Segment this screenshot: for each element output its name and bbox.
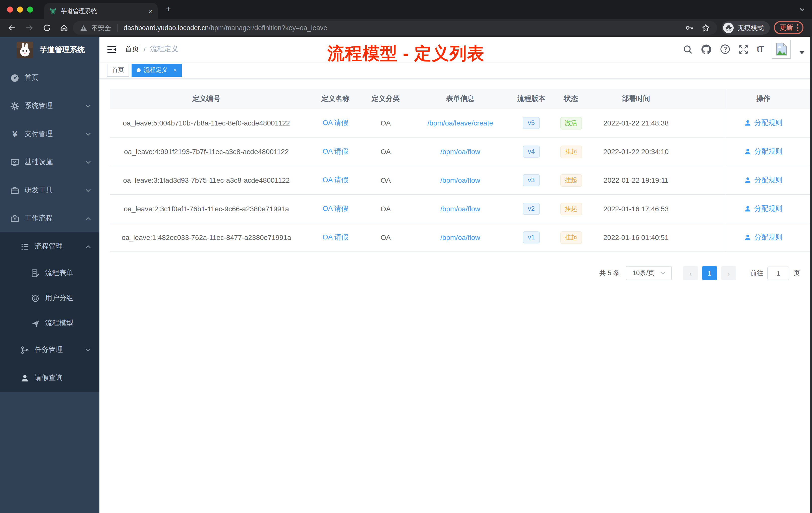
incognito-label: 无痕模式 [738,23,764,32]
assign-rule-link[interactable]: 分配规则 [754,233,782,242]
favicon-sprout-icon [49,7,57,15]
status-badge: 挂起 [560,174,582,186]
sidebar-item-process-model[interactable]: 流程模型 [0,311,99,336]
bookmark-star-icon[interactable] [701,24,710,32]
sidebar-item-label: 首页 [25,73,39,82]
password-key-icon[interactable] [685,24,694,32]
cell-operation: 分配规则 [726,109,801,137]
assign-rule-link[interactable]: 分配规则 [754,147,782,156]
sidebar-item-devtools[interactable]: 研发工具 [0,176,99,204]
assign-rule-link[interactable]: 分配规则 [754,204,782,213]
sidebar-item-user-group[interactable]: 用户分组 [0,285,99,311]
chevron-down-icon [85,160,91,164]
avatar[interactable] [772,40,791,59]
github-icon[interactable] [701,44,712,55]
browser-menu-icon[interactable] [797,24,799,31]
back-icon[interactable] [7,24,16,32]
next-page-button[interactable]: › [721,266,736,280]
tag-label: 首页 [112,66,124,74]
font-size-icon[interactable]: tT [757,45,763,54]
cell-operation: 分配规则 [726,138,801,165]
page-size-select[interactable]: 10条/页 [626,266,672,280]
app-logo-row[interactable]: 芋道管理系统 [0,37,99,63]
url-text: dashboard.yudao.iocoder.cn/bpm/manager/d… [123,24,327,32]
home-icon[interactable] [60,24,68,32]
fullscreen-icon[interactable] [739,44,748,54]
paper-plane-icon [31,319,40,328]
user-icon [21,374,29,382]
toolbox-icon [10,186,19,194]
reload-icon[interactable] [43,24,51,32]
version-badge: v3 [523,174,540,186]
zoom-window-button[interactable] [27,6,33,12]
url-bar[interactable]: 不安全 dashboard.yudao.iocoder.cn/bpm/manag… [73,21,717,35]
definition-name-link[interactable]: OA 请假 [303,147,368,156]
dashboard-icon [10,73,19,82]
tab-title: 芋道管理系统 [61,7,145,15]
status-badge: 激活 [560,117,582,129]
breadcrumb-separator: / [144,45,146,53]
form-info-link[interactable]: /bpm/oa/flow [403,148,517,156]
tag-home[interactable]: 首页 [107,63,129,77]
sidebar-item-process-form[interactable]: 流程表单 [0,261,99,285]
form-info-link[interactable]: /bpm/oa/flow [403,176,517,184]
sidebar-item-leave-query[interactable]: 请假查询 [0,364,99,392]
close-window-button[interactable] [7,6,13,12]
cell-operation: 分配规则 [726,166,801,194]
sidebar-item-system[interactable]: 系统管理 [0,92,99,120]
definition-name-link[interactable]: OA 请假 [303,118,368,127]
goto-label: 前往 [750,269,763,278]
page-content: 定义编号 定义名称 定义分类 表单信息 流程版本 状态 部署时间 操作 oa_l… [99,79,812,280]
form-info-link[interactable]: /bpm/oa/leave/create [403,119,517,127]
cell-deploy-time: 2022-01-22 19:19:11 [597,176,675,184]
hamburger-collapse-icon[interactable] [107,45,116,54]
sidebar-item-label: 任务管理 [35,345,63,354]
tag-close-icon[interactable]: × [173,66,177,73]
form-info-link[interactable]: /bpm/oa/flow [403,205,517,213]
sidebar-item-process-manage[interactable]: 流程管理 [0,233,99,261]
tab-close-icon[interactable]: × [149,8,153,14]
chrome-update-button[interactable]: 更新 [774,21,804,34]
tag-process-definition[interactable]: 流程定义 × [132,63,182,77]
goto-page-input[interactable]: 1 [767,266,789,280]
breadcrumb-home[interactable]: 首页 [125,45,139,54]
help-question-icon[interactable] [720,44,730,54]
definition-name-link[interactable]: OA 请假 [303,233,368,242]
pagination-total: 共 5 条 [599,269,620,278]
avatar-caret-icon[interactable] [800,51,805,54]
screen: 芋道管理系统 × + 不安全 da [0,0,812,513]
prev-page-button[interactable]: ‹ [683,266,698,280]
sidebar-item-task-manage[interactable]: 任务管理 [0,336,99,364]
sidebar-item-label: 支付管理 [25,129,53,139]
current-page-button[interactable]: 1 [702,266,717,280]
sidebar-item-infra[interactable]: 基础设施 [0,148,99,176]
tab-search-chevron-icon[interactable] [800,7,805,11]
browser-tab[interactable]: 芋道管理系统 × [44,3,158,19]
assign-rule-link[interactable]: 分配规则 [754,176,782,185]
browser-tab-strip: 芋道管理系统 × + [0,0,812,19]
table-header: 定义编号 定义名称 定义分类 表单信息 流程版本 状态 部署时间 操作 [110,89,812,109]
version-badge: v4 [523,146,540,157]
assign-rule-link[interactable]: 分配规则 [754,118,782,127]
document-edit-icon [31,269,40,277]
forward-icon[interactable] [25,24,34,32]
form-info-link[interactable]: /bpm/oa/flow [403,233,517,241]
definition-name-link[interactable]: OA 请假 [303,176,368,185]
sidebar-item-workflow[interactable]: 工作流程 [0,204,99,233]
search-icon[interactable] [683,44,693,54]
chevron-down-icon [85,132,91,136]
cell-definition-id: oa_leave:5:004b710b-7b8a-11ec-8ef0-acde4… [110,119,303,127]
minimize-window-button[interactable] [17,6,23,12]
cell-definition-id: oa_leave:3:1fad3d93-7b75-11ec-a3c8-acde4… [110,176,303,184]
sidebar-item-payment[interactable]: ¥ 支付管理 [0,120,99,148]
workflow-submenu: 流程管理 流程表单 [0,233,99,392]
security-label: 不安全 [91,23,111,32]
col-header-version: 流程版本 [517,94,545,103]
col-header-category: 定义分类 [368,94,403,103]
version-badge: v5 [523,117,540,129]
new-tab-button[interactable]: + [166,4,171,14]
sidebar-item-home[interactable]: 首页 [0,64,99,92]
definition-name-link[interactable]: OA 请假 [303,204,368,213]
col-header-name: 定义名称 [303,94,368,103]
briefcase-icon [10,214,19,222]
